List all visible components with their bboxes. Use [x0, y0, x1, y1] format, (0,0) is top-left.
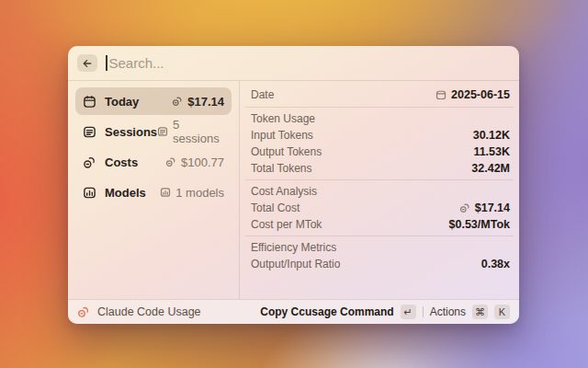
- coins-icon: [459, 202, 470, 213]
- list-item-label: Today: [105, 95, 139, 109]
- coins-icon: [172, 96, 183, 107]
- return-key-badge: ↵: [401, 305, 416, 319]
- list-item-models[interactable]: Models 1 models: [75, 178, 232, 206]
- list-item-sessions[interactable]: Sessions 5 sessions: [75, 118, 232, 145]
- metadata-row: Output Tokens 11.53K: [251, 144, 510, 160]
- extension-name: Claude Code Usage: [97, 305, 201, 318]
- list-item-accessory: $100.77: [165, 155, 224, 169]
- divider: [423, 306, 424, 317]
- actions-menu-button[interactable]: Actions: [430, 305, 466, 318]
- k-key-badge: K: [494, 305, 510, 319]
- calendar-icon: [83, 95, 96, 109]
- metadata-row-date: Date 2025-06-15: [251, 86, 510, 104]
- section-title-token-usage: Token Usage: [251, 110, 510, 127]
- list-item-accessory: $17.14: [172, 95, 224, 109]
- total-cost-value: $17.14: [475, 201, 510, 214]
- arrow-left-icon: [82, 58, 93, 69]
- sessions-icon: [157, 126, 168, 137]
- action-bar: Claude Code Usage Copy Ccusage Command ↵…: [68, 299, 519, 324]
- sessions-icon: [83, 125, 96, 139]
- divider: [245, 107, 514, 108]
- bar-chart-icon: [160, 187, 171, 198]
- command-key-badge: ⌘: [472, 305, 488, 319]
- divider: [245, 236, 514, 236]
- list-item-accessory: 1 models: [160, 186, 224, 200]
- bar-chart-icon: [83, 186, 96, 200]
- footer-actions: Copy Ccusage Command ↵ Actions ⌘ K: [260, 305, 510, 319]
- primary-action-button[interactable]: Copy Ccusage Command: [260, 305, 393, 318]
- list-item-accessory: 5 sessions: [157, 118, 224, 145]
- detail-panel: Date 2025-06-15 Token Usage Input Tokens…: [240, 81, 519, 299]
- metadata-row: Output/Input Ratio 0.38x: [251, 256, 510, 272]
- list-item-label: Costs: [105, 155, 138, 169]
- metadata-row: Total Tokens 32.42M: [251, 160, 510, 177]
- results-list: Today $17.14 Sessions 5 session: [68, 81, 240, 299]
- list-item-today[interactable]: Today $17.14: [75, 87, 232, 115]
- coins-icon: [83, 155, 96, 169]
- metadata-row: Input Tokens 30.12K: [251, 127, 510, 144]
- metadata-row: Total Cost $17.14: [251, 200, 510, 216]
- back-button[interactable]: [77, 54, 97, 72]
- metadata-row: Cost per MTok $0.53/MTok: [251, 216, 510, 233]
- main-body: Today $17.14 Sessions 5 session: [68, 81, 519, 299]
- section-title-cost-analysis: Cost Analysis: [251, 183, 510, 200]
- coins-icon: [165, 156, 176, 167]
- section-title-efficiency-metrics: Efficiency Metrics: [251, 239, 510, 256]
- coins-icon: [77, 305, 90, 318]
- search-field: [106, 55, 510, 71]
- search-header: [68, 46, 519, 81]
- date-value: 2025-06-15: [451, 88, 510, 101]
- list-item-costs[interactable]: Costs $100.77: [75, 148, 232, 176]
- divider: [245, 179, 514, 180]
- list-item-label: Sessions: [105, 125, 157, 139]
- search-input[interactable]: [107, 55, 511, 71]
- calendar-icon: [435, 89, 447, 100]
- command-palette-window: Today $17.14 Sessions 5 session: [68, 46, 519, 324]
- list-item-label: Models: [105, 186, 146, 200]
